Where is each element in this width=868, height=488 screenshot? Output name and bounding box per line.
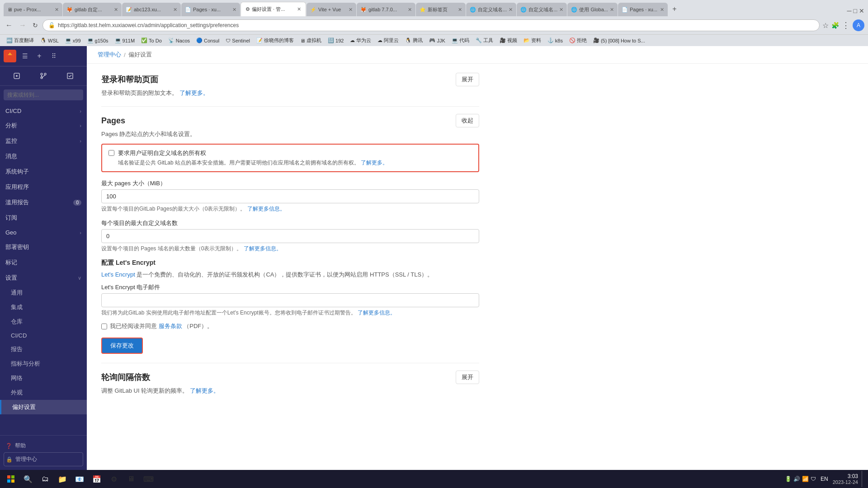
tray-icon-2[interactable]: 🔊 bbox=[793, 476, 800, 482]
tab-close-2[interactable]: ✕ bbox=[114, 7, 118, 13]
sidebar-item-abuse[interactable]: 滥用报告 0 bbox=[0, 195, 87, 210]
sidebar-item-integrations[interactable]: 集成 bbox=[0, 300, 87, 314]
tab-6[interactable]: ⚡ Vite + Vue ✕ bbox=[307, 3, 356, 16]
max-domains-input[interactable] bbox=[101, 229, 479, 243]
tab-11[interactable]: 🌐 使用 Globa... ✕ bbox=[567, 3, 618, 16]
domain-verify-learn-more[interactable]: 了解更多。 bbox=[361, 160, 388, 166]
sidebar-todo-icon[interactable] bbox=[63, 69, 77, 83]
extensions-btn[interactable]: 🧩 bbox=[831, 22, 839, 29]
win-settings-btn[interactable]: ⚙ bbox=[107, 472, 121, 486]
win-clock[interactable]: 3:03 2023-12-24 bbox=[833, 473, 858, 485]
polling-expand-btn[interactable]: 展开 bbox=[456, 371, 479, 384]
sidebar-item-hooks[interactable]: 系统钩子 bbox=[0, 164, 87, 179]
browser-menu-btn[interactable]: ⋮ bbox=[842, 20, 850, 30]
gitlab-logo[interactable] bbox=[4, 50, 16, 62]
back-btn[interactable]: ← bbox=[4, 19, 14, 31]
sidebar-item-metrics[interactable]: 指标与分析 bbox=[0, 357, 87, 371]
bookmark-sentinel[interactable]: 🛡 Sentinel bbox=[223, 37, 253, 44]
bookmark-refuse[interactable]: 🚫 拒绝 bbox=[566, 36, 590, 45]
win-mail-btn[interactable]: 📧 bbox=[72, 472, 87, 486]
bookmark-todo[interactable]: ✅ To Do bbox=[138, 37, 165, 44]
sidebar-issues-icon[interactable] bbox=[10, 69, 24, 83]
bookmark-star-btn[interactable]: ☆ bbox=[822, 21, 829, 30]
login-learn-more-link[interactable]: 了解更多。 bbox=[179, 89, 209, 96]
tab-close-7[interactable]: ✕ bbox=[408, 7, 412, 13]
sidebar-toggle-btn[interactable]: ☰ bbox=[19, 50, 31, 62]
tos-checkbox[interactable] bbox=[101, 324, 107, 329]
avatar-btn[interactable]: A bbox=[853, 19, 864, 31]
win-taskview-btn[interactable]: 🗂 bbox=[38, 472, 52, 486]
tab-8[interactable]: ⭐ 新标签页 ✕ bbox=[416, 3, 466, 16]
sidebar-item-network[interactable]: 网络 bbox=[0, 371, 87, 385]
bookmark-nacos[interactable]: 📡 Nacos bbox=[165, 37, 193, 44]
bookmark-code[interactable]: 💻 代码 bbox=[449, 36, 472, 45]
tab-5-active[interactable]: ⚙ 偏好设置 · 管... ✕ bbox=[241, 2, 306, 16]
sidebar-item-appearance[interactable]: 外观 bbox=[0, 385, 87, 400]
sidebar-item-cicd[interactable]: CI/CD › bbox=[0, 104, 87, 118]
forward-btn[interactable]: → bbox=[17, 19, 28, 31]
sidebar-item-settings[interactable]: 设置 ∨ bbox=[0, 270, 87, 286]
sidebar-item-analytics[interactable]: 分析 › bbox=[0, 118, 87, 133]
bookmark-aliyun[interactable]: ☁ 阿里云 bbox=[375, 36, 401, 45]
language-indicator[interactable]: EN bbox=[819, 476, 830, 482]
tab-1[interactable]: 🖥 pve - Prox... ✕ bbox=[4, 3, 62, 16]
tab-close-8[interactable]: ✕ bbox=[458, 7, 462, 13]
tray-icon-1[interactable]: 🔋 bbox=[785, 476, 792, 482]
tab-close-5[interactable]: ✕ bbox=[297, 6, 301, 12]
bookmark-vm[interactable]: 🖥 虚拟机 bbox=[297, 36, 324, 45]
login-expand-btn[interactable]: 展开 bbox=[456, 73, 479, 86]
bookmark-192[interactable]: 🔢 192 bbox=[325, 37, 346, 44]
grid-icon-btn[interactable]: ⠿ bbox=[48, 50, 60, 62]
bookmark-g150s[interactable]: 💻 g150s bbox=[85, 37, 111, 44]
tab-12[interactable]: 📄 Pages · xu... ✕ bbox=[618, 3, 668, 16]
tos-link[interactable]: 服务条款 bbox=[159, 323, 182, 329]
sidebar-item-messages[interactable]: 消息 bbox=[0, 149, 87, 164]
sidebar-item-cicd-sub[interactable]: CI/CD bbox=[0, 329, 87, 342]
bookmark-wsl[interactable]: 🐧 WSL bbox=[38, 37, 61, 44]
bookmark-x99[interactable]: 💻 x99 bbox=[62, 37, 84, 44]
new-tab-btn[interactable]: + bbox=[668, 3, 681, 15]
sidebar-item-apps[interactable]: 应用程序 bbox=[0, 179, 87, 195]
sidebar-item-general[interactable]: 通用 bbox=[0, 286, 87, 300]
bookmark-consul[interactable]: 🔵 Consul bbox=[193, 37, 222, 44]
lets-encrypt-link[interactable]: Let's Encrypt bbox=[101, 271, 135, 278]
tab-close-10[interactable]: ✕ bbox=[559, 7, 563, 13]
maximize-btn[interactable]: □ bbox=[854, 7, 857, 14]
polling-learn-more-link[interactable]: 了解更多。 bbox=[190, 387, 219, 394]
sidebar-item-repository[interactable]: 仓库 bbox=[0, 314, 87, 329]
bookmark-howto[interactable]: 🎥 (5) [008] How to S... bbox=[590, 37, 648, 44]
bookmark-tools[interactable]: 🔧 工具 bbox=[473, 36, 496, 45]
sidebar-item-monitor[interactable]: 监控 › bbox=[0, 133, 87, 149]
search-input[interactable] bbox=[4, 89, 83, 100]
address-bar[interactable]: 🔓 https://gitlab.test.helm.xuxiaowei.cn/… bbox=[42, 19, 820, 31]
win-explorer-btn[interactable]: 📁 bbox=[55, 472, 70, 486]
tray-icon-4[interactable]: 🛡 bbox=[811, 476, 816, 482]
minimize-btn[interactable]: ─ bbox=[847, 7, 852, 14]
tab-4[interactable]: 📄 Pages · xu... ✕ bbox=[181, 3, 240, 16]
tab-close-3[interactable]: ✕ bbox=[173, 7, 177, 13]
breadcrumb-admin-link[interactable]: 管理中心 bbox=[98, 51, 121, 59]
bookmark-blog[interactable]: 📝 徐晓伟的博客 bbox=[254, 36, 297, 45]
tab-close-12[interactable]: ✕ bbox=[660, 7, 664, 13]
max-pages-input[interactable] bbox=[101, 189, 479, 203]
win-calendar-btn[interactable]: 📅 bbox=[90, 472, 104, 486]
close-window-btn[interactable]: ✕ bbox=[859, 7, 864, 14]
save-btn[interactable]: 保存更改 bbox=[101, 338, 143, 354]
tab-3[interactable]: 📝 abc123.xu... ✕ bbox=[122, 3, 181, 16]
bookmark-k8s[interactable]: ⚓ k8s bbox=[545, 37, 566, 44]
tab-close-1[interactable]: ✕ bbox=[55, 7, 59, 13]
tab-close-4[interactable]: ✕ bbox=[232, 7, 236, 13]
sidebar-item-preferences[interactable]: 偏好设置 bbox=[0, 400, 87, 414]
bookmark-docs[interactable]: 📂 资料 bbox=[521, 36, 544, 45]
bookmark-911m[interactable]: 💻 911M bbox=[112, 37, 138, 44]
bookmark-huawei[interactable]: ☁ 华为云 bbox=[347, 36, 374, 45]
lets-encrypt-hint-link[interactable]: 了解更多信息。 bbox=[358, 310, 396, 316]
bookmark-tencent[interactable]: 🐧 腾讯 bbox=[402, 36, 425, 45]
sidebar-item-reports[interactable]: 报告 bbox=[0, 342, 87, 357]
sidebar-item-labels[interactable]: 标记 bbox=[0, 255, 87, 270]
sidebar-mr-icon[interactable] bbox=[37, 69, 50, 83]
domain-verify-checkbox[interactable] bbox=[108, 150, 114, 156]
bookmark-baidu[interactable]: 🔤 百度翻译 bbox=[4, 36, 37, 45]
max-pages-learn-more[interactable]: 了解更多信息。 bbox=[247, 206, 285, 212]
sidebar-item-geo[interactable]: Geo › bbox=[0, 225, 87, 239]
